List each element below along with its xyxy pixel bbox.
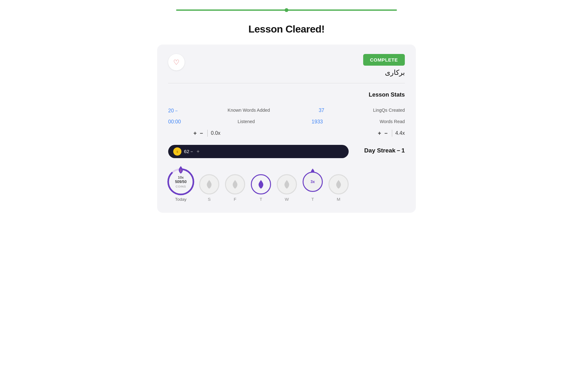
lingqs-created-label: LingQs Created [373, 108, 405, 113]
known-words-value: 20－ [168, 108, 179, 114]
streak-circle-w [277, 174, 297, 194]
card-header: ♡ COMPLETE برکاری [168, 54, 405, 77]
day-streak-right: Day Streak－1 [364, 145, 405, 155]
coins-amount: 62－ [184, 148, 194, 155]
speed-increase-left[interactable]: － [198, 129, 204, 137]
listened-label: Listened [238, 119, 255, 124]
speed-decrease-right[interactable]: + [378, 130, 381, 137]
page-title: Lesson Cleared! [248, 23, 324, 35]
streak-circle-t1 [251, 174, 271, 194]
streak-day-t1: T [251, 174, 271, 202]
day-label-w: W [285, 197, 289, 202]
svg-text:$: $ [176, 150, 178, 153]
day-label-f: F [234, 197, 236, 202]
today-coins-label: COINS [176, 185, 186, 188]
t2-circle-wrapper: 3x [303, 172, 323, 192]
speed-increase-right[interactable]: － [383, 129, 389, 137]
streak-circle-m [328, 174, 349, 194]
streak-circle-t2: 3x [303, 172, 323, 192]
day-label-s: S [208, 197, 210, 202]
favorite-button[interactable]: ♡ [168, 54, 185, 70]
progress-bar-track [176, 9, 397, 11]
stats-row-1: 20－ Known Words Added 37 LingQs Created [168, 108, 405, 114]
today-flame-top [177, 165, 185, 175]
today-multiplier: 10x [178, 175, 184, 180]
speed-control-left: + － 0.0x [193, 129, 221, 137]
today-circle-wrapper: 10x 509/50 COINS [168, 169, 193, 194]
streak-circle-f [225, 174, 245, 194]
streak-circle-s [199, 174, 219, 194]
heart-icon: ♡ [173, 58, 180, 67]
listened-time-value: 00:00 [168, 119, 181, 125]
streak-day-m: M [328, 174, 349, 202]
bottom-section: $ 62－ + [168, 145, 405, 202]
speed-decrease-left[interactable]: + [193, 130, 197, 137]
complete-button[interactable]: COMPLETE [363, 54, 405, 66]
today-coins-info: 10x 509/50 COINS [175, 175, 187, 189]
today-day-label: Today [175, 197, 186, 202]
words-read-value: 1933 [312, 119, 323, 125]
streak-days-row: 10x 509/50 COINS Today [168, 169, 349, 202]
day-label-t1: T [260, 197, 262, 202]
speed-divider-right [392, 130, 392, 137]
coins-plus: + [197, 149, 199, 154]
coins-button[interactable]: $ 62－ + [168, 145, 349, 158]
day-label-m: M [337, 197, 340, 202]
day-label-t2: T [311, 197, 314, 202]
card-divider [168, 83, 405, 83]
coin-icon: $ [173, 147, 181, 156]
streak-day-s: S [199, 174, 219, 202]
progress-bar-container [176, 9, 397, 11]
speed-divider-left [207, 130, 208, 137]
left-bottom: $ 62－ + [168, 145, 349, 202]
streak-day-today: 10x 509/50 COINS Today [168, 169, 193, 202]
known-words-label: Known Words Added [227, 108, 270, 113]
lesson-title-arabic: برکاری [385, 68, 405, 77]
today-coins-progress: 509/50 [175, 180, 187, 185]
day-streak-label: Day Streak－1 [364, 146, 405, 155]
streak-day-w: W [277, 174, 297, 202]
lingqs-created-value: 37 [319, 108, 324, 113]
stats-row-2: 00:00 Listened 1933 Words Read [168, 119, 405, 125]
speed-value-right: 4.4x [395, 130, 405, 136]
speed-control-right: + － 4.4x [378, 129, 405, 137]
card-header-right: COMPLETE برکاری [363, 54, 405, 77]
t2-multiplier-label: 3x [310, 180, 315, 184]
words-read-label: Words Read [380, 119, 405, 124]
stats-heading: Lesson Stats [369, 91, 405, 98]
lesson-cleared-card: ♡ COMPLETE برکاری Lesson Stats 20－ Known… [157, 45, 416, 213]
progress-dot [285, 8, 288, 12]
streak-day-t2: 3x T [303, 172, 323, 202]
streak-day-f: F [225, 174, 245, 202]
speed-value-left: 0.0x [211, 130, 220, 136]
